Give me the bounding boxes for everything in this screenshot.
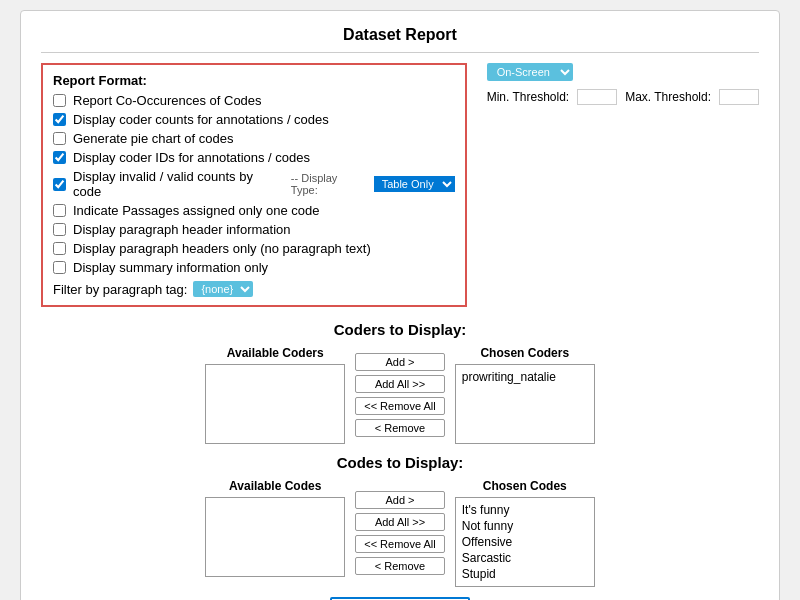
min-threshold-label: Min. Threshold: (487, 90, 569, 104)
filter-label: Filter by paragraph tag: (53, 282, 187, 297)
label-paragraph-header: Display paragraph header information (73, 222, 291, 237)
codes-transfer-panel: Available Codes Add > Add All >> << Remo… (41, 479, 759, 587)
checkbox-coder-ids[interactable] (53, 151, 66, 164)
page-title: Dataset Report (41, 26, 759, 53)
threshold-row: Min. Threshold: Max. Threshold: (487, 89, 759, 105)
chosen-code-item-stupid: Stupid (460, 566, 590, 582)
checkbox-invalid-valid[interactable] (53, 178, 66, 191)
chosen-coders-title: Chosen Coders (455, 346, 595, 360)
checkbox-paragraph-header[interactable] (53, 223, 66, 236)
available-codes-box: Available Codes (205, 479, 345, 587)
output-row: On-Screen PDF CSV (487, 63, 759, 81)
coders-buttons: Add > Add All >> << Remove All < Remove (355, 353, 445, 437)
chosen-codes-list[interactable]: It's funny Not funny Offensive Sarcastic… (455, 497, 595, 587)
min-threshold-input[interactable] (577, 89, 617, 105)
coders-remove-button[interactable]: < Remove (355, 419, 445, 437)
checkbox-row-passages-one-code: Indicate Passages assigned only one code (53, 203, 455, 218)
chosen-coders-list[interactable]: prowriting_natalie (455, 364, 595, 444)
available-coders-list[interactable] (205, 364, 345, 444)
codes-buttons: Add > Add All >> << Remove All < Remove (355, 491, 445, 575)
chosen-coders-box: Chosen Coders prowriting_natalie (455, 346, 595, 444)
chosen-code-item-funny: It's funny (460, 502, 590, 518)
chosen-code-item-offensive: Offensive (460, 534, 590, 550)
codes-remove-all-button[interactable]: << Remove All (355, 535, 445, 553)
chosen-codes-box: Chosen Codes It's funny Not funny Offens… (455, 479, 595, 587)
chosen-code-item-not-funny: Not funny (460, 518, 590, 534)
codes-remove-button[interactable]: < Remove (355, 557, 445, 575)
checkbox-co-occurrences[interactable] (53, 94, 66, 107)
label-coder-ids: Display coder IDs for annotations / code… (73, 150, 310, 165)
checkbox-row-paragraph-header: Display paragraph header information (53, 222, 455, 237)
coders-transfer-panel: Available Coders Add > Add All >> << Rem… (41, 346, 759, 444)
checkbox-row-paragraph-headers-only: Display paragraph headers only (no parag… (53, 241, 455, 256)
right-panel: On-Screen PDF CSV Min. Threshold: Max. T… (487, 63, 759, 307)
chosen-codes-title: Chosen Codes (455, 479, 595, 493)
report-format-label: Report Format: (53, 73, 455, 88)
display-type-label: -- Display Type: (291, 172, 366, 196)
available-codes-list[interactable] (205, 497, 345, 577)
checkbox-row-summary-only: Display summary information only (53, 260, 455, 275)
checkbox-row-invalid-valid: Display invalid / valid counts by code -… (53, 169, 455, 199)
label-summary-only: Display summary information only (73, 260, 268, 275)
filter-select[interactable]: {none} (193, 281, 253, 297)
report-format-box: Report Format: Report Co-Occurences of C… (41, 63, 467, 307)
max-threshold-label: Max. Threshold: (625, 90, 711, 104)
checkbox-row-co-occurrences: Report Co-Occurences of Codes (53, 93, 455, 108)
checkbox-row-coder-counts: Display coder counts for annotations / c… (53, 112, 455, 127)
filter-row: Filter by paragraph tag: {none} (53, 281, 455, 297)
checkbox-coder-counts[interactable] (53, 113, 66, 126)
label-coder-counts: Display coder counts for annotations / c… (73, 112, 329, 127)
checkbox-row-pie-chart: Generate pie chart of codes (53, 131, 455, 146)
label-pie-chart: Generate pie chart of codes (73, 131, 233, 146)
checkbox-paragraph-headers-only[interactable] (53, 242, 66, 255)
chosen-coder-item: prowriting_natalie (460, 369, 590, 385)
label-invalid-valid: Display invalid / valid counts by code (73, 169, 281, 199)
label-passages-one-code: Indicate Passages assigned only one code (73, 203, 319, 218)
checkbox-pie-chart[interactable] (53, 132, 66, 145)
label-co-occurrences: Report Co-Occurences of Codes (73, 93, 262, 108)
checkbox-passages-one-code[interactable] (53, 204, 66, 217)
display-type-select[interactable]: Table Only Chart Only Both (374, 176, 455, 192)
checkbox-row-coder-ids: Display coder IDs for annotations / code… (53, 150, 455, 165)
page-container: Dataset Report Report Format: Report Co-… (20, 10, 780, 600)
codes-add-button[interactable]: Add > (355, 491, 445, 509)
codes-add-all-button[interactable]: Add All >> (355, 513, 445, 531)
coders-section-title: Coders to Display: (41, 321, 759, 338)
chosen-code-item-sarcastic: Sarcastic (460, 550, 590, 566)
top-row: Report Format: Report Co-Occurences of C… (41, 63, 759, 307)
output-format-select[interactable]: On-Screen PDF CSV (487, 63, 573, 81)
coders-add-all-button[interactable]: Add All >> (355, 375, 445, 393)
max-threshold-input[interactable] (719, 89, 759, 105)
coders-add-button[interactable]: Add > (355, 353, 445, 371)
available-coders-box: Available Coders (205, 346, 345, 444)
available-codes-title: Available Codes (205, 479, 345, 493)
available-coders-title: Available Coders (205, 346, 345, 360)
codes-section-title: Codes to Display: (41, 454, 759, 471)
checkbox-summary-only[interactable] (53, 261, 66, 274)
coders-remove-all-button[interactable]: << Remove All (355, 397, 445, 415)
label-paragraph-headers-only: Display paragraph headers only (no parag… (73, 241, 371, 256)
